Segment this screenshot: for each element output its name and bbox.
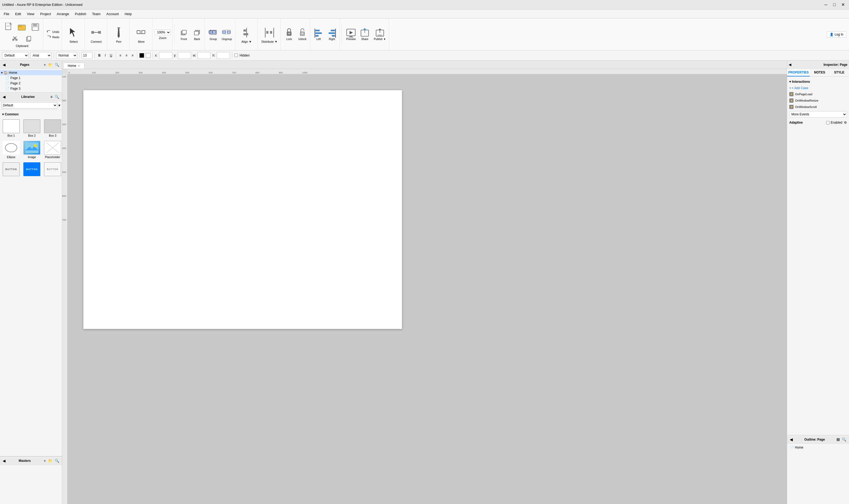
pages-collapse-button[interactable]: ◀ [2, 62, 7, 67]
hidden-checkbox[interactable] [235, 54, 238, 57]
more-button[interactable]: More [132, 25, 151, 44]
front-button[interactable]: Front [178, 27, 190, 41]
h-input[interactable] [216, 52, 230, 59]
login-button[interactable]: 👤 Log In [827, 31, 846, 38]
open-file-button[interactable] [16, 21, 28, 33]
align-center-text-button[interactable]: ≡ [124, 53, 129, 58]
align-right-text-button[interactable]: ≡ [131, 53, 135, 58]
menu-team[interactable]: Team [89, 11, 103, 17]
align-button[interactable]: Align ▼ [237, 25, 256, 44]
font-select[interactable]: Arial [30, 52, 52, 59]
y-input[interactable] [178, 52, 191, 59]
pages-search-button[interactable]: 🔍 [54, 62, 60, 67]
adaptive-settings-icon[interactable]: ⚙ [844, 121, 847, 124]
font-size-input[interactable] [82, 52, 92, 59]
text-color-swatch[interactable] [139, 53, 144, 58]
tab-style[interactable]: STYLE [829, 69, 849, 76]
lib-item-box2[interactable]: Box 2 [22, 118, 41, 138]
common-section-title[interactable]: ▾ Common [2, 111, 60, 117]
maximize-button[interactable]: □ [830, 1, 838, 9]
fill-color-swatch[interactable] [146, 53, 151, 58]
masters-add-button[interactable]: + [43, 458, 47, 463]
lib-item-box3[interactable]: Box 3 [43, 118, 62, 138]
home-page-item[interactable]: ▾ 🏠 Home [0, 70, 62, 75]
inspector-collapse-left[interactable]: ◀ [789, 63, 791, 67]
outline-home-item[interactable]: 📄 Home [789, 445, 847, 450]
italic-button[interactable]: I [104, 53, 107, 58]
home-tab[interactable]: Home ✕ [63, 62, 84, 69]
ungroup-button[interactable]: Ungroup [220, 27, 233, 41]
pages-folder-button[interactable]: 📁 [47, 62, 54, 67]
publish-button[interactable]: Publish ▼ [372, 27, 387, 41]
menu-edit[interactable]: Edit [13, 11, 24, 17]
preview-button[interactable]: Preview [345, 27, 357, 41]
library-dropdown-icon[interactable]: ▾ [58, 103, 60, 107]
align-left-text-button[interactable]: ≡ [118, 53, 123, 58]
lib-item-ellipse[interactable]: Ellipse [2, 140, 21, 160]
on-window-resize-event[interactable]: ⚡ OnWindowResize [789, 97, 847, 104]
unlock-button[interactable]: Unlock [296, 27, 309, 41]
library-select[interactable]: Default [2, 102, 57, 108]
back-button[interactable]: Back [191, 27, 203, 41]
outline-search-button[interactable]: 🔍 [841, 437, 847, 442]
masters-folder-button[interactable]: 📁 [47, 458, 54, 463]
lib-item-placeholder[interactable]: Placeholder [43, 140, 62, 160]
distribute-button[interactable]: Distribute ▼ [260, 25, 279, 44]
x-input[interactable] [159, 52, 172, 59]
pen-button[interactable]: Pen [109, 25, 128, 44]
page-1-item[interactable]: 📄 Page 1 [3, 75, 62, 80]
style-mode-select[interactable]: Normal [56, 52, 77, 59]
libraries-search-button[interactable]: 🔍 [54, 94, 60, 100]
menu-publish[interactable]: Publish [72, 11, 89, 17]
close-button[interactable]: ✕ [839, 1, 847, 9]
on-window-scroll-event[interactable]: ⚡ OnWindowScroll [789, 104, 847, 110]
connect-button[interactable]: Connect [87, 25, 105, 44]
outline-collapse-button[interactable]: ◀ [789, 437, 794, 442]
menu-arrange[interactable]: Arrange [54, 11, 72, 17]
align-right-button[interactable]: Right [326, 27, 338, 41]
undo-button[interactable]: Undo [46, 30, 60, 34]
share-button[interactable]: Share [359, 27, 371, 41]
window-controls[interactable]: ─ □ ✕ [822, 1, 847, 9]
page-2-item[interactable]: 📄 Page 2 [3, 80, 62, 86]
menu-project[interactable]: Project [37, 11, 53, 17]
close-tab-button[interactable]: ✕ [78, 65, 80, 67]
libraries-menu-button[interactable]: ≡ [49, 94, 54, 100]
align-left-button[interactable]: Left [312, 27, 325, 41]
lib-item-button-outline[interactable]: BUTTON [2, 161, 21, 178]
lib-item-button-filled[interactable]: BUTTON [22, 161, 41, 178]
w-input[interactable] [197, 52, 211, 59]
group-button[interactable]: Group [207, 27, 219, 41]
masters-search-button[interactable]: 🔍 [54, 458, 60, 463]
menu-help[interactable]: Help [122, 11, 134, 17]
page-3-item[interactable]: 📄 Page 3 [3, 86, 62, 91]
minimize-button[interactable]: ─ [822, 1, 830, 9]
zoom-select[interactable]: 25%50%75%100%125%150%200% [155, 30, 171, 35]
menu-account[interactable]: Account [104, 11, 121, 17]
tab-notes[interactable]: NOTES [810, 69, 829, 76]
save-file-button[interactable] [29, 21, 41, 33]
style-select[interactable]: Default [2, 52, 29, 59]
underline-button[interactable]: U [108, 53, 114, 58]
lock-button[interactable]: Lock [283, 27, 295, 41]
cut-button[interactable] [9, 33, 21, 44]
canvas-scroll[interactable]: 0 100 200 300 400 500 600 700 800 900 10… [62, 69, 787, 504]
redo-button[interactable]: Redo [46, 35, 60, 39]
lib-item-button-text[interactable]: BUTTON [43, 161, 62, 178]
add-page-button[interactable]: + [43, 62, 47, 67]
new-file-button[interactable] [3, 21, 15, 33]
select-button[interactable]: Select [64, 25, 83, 44]
on-page-load-event[interactable]: ⚡ OnPageLoad [789, 91, 847, 97]
libraries-collapse-button[interactable]: ◀ [2, 94, 7, 100]
bold-button[interactable]: B [97, 53, 102, 58]
lib-item-box1[interactable]: Box 1 [2, 118, 21, 138]
masters-collapse-button[interactable]: ◀ [2, 458, 7, 463]
more-events-select[interactable]: More Events [789, 111, 847, 118]
menu-file[interactable]: File [1, 11, 12, 17]
tab-properties[interactable]: PROPERTIES [787, 69, 810, 76]
enabled-checkbox[interactable] [826, 121, 830, 124]
menu-view[interactable]: View [24, 11, 37, 17]
copy-button[interactable] [22, 33, 35, 44]
lib-item-image[interactable]: Image [22, 140, 41, 160]
add-case-link[interactable]: + + Add Case [789, 85, 847, 91]
